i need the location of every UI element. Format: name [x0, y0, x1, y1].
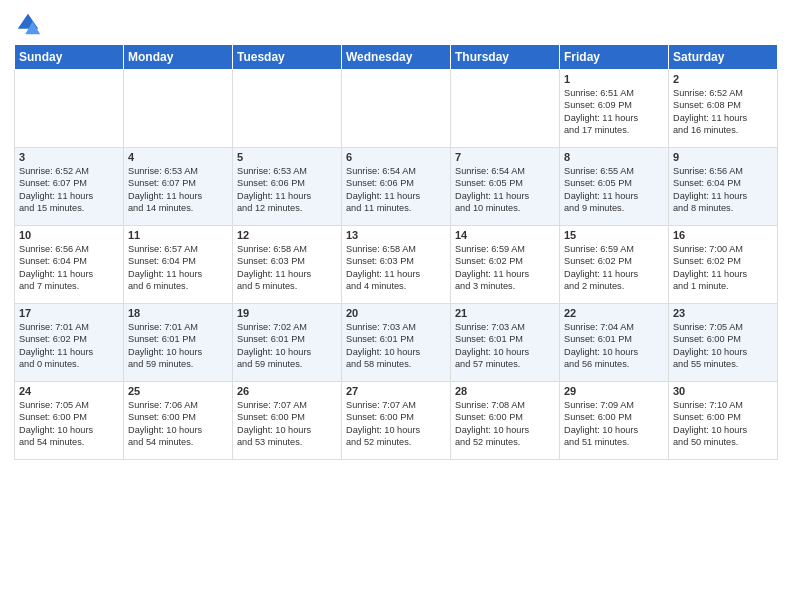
calendar-cell [451, 70, 560, 148]
calendar-table: SundayMondayTuesdayWednesdayThursdayFrid… [14, 44, 778, 460]
day-number: 18 [128, 307, 228, 319]
day-number: 6 [346, 151, 446, 163]
day-info: Sunrise: 7:01 AMSunset: 6:01 PMDaylight:… [128, 321, 228, 371]
day-info: Sunrise: 7:07 AMSunset: 6:00 PMDaylight:… [237, 399, 337, 449]
col-header-wednesday: Wednesday [342, 45, 451, 70]
day-info: Sunrise: 7:07 AMSunset: 6:00 PMDaylight:… [346, 399, 446, 449]
week-row-5: 24Sunrise: 7:05 AMSunset: 6:00 PMDayligh… [15, 382, 778, 460]
day-number: 26 [237, 385, 337, 397]
day-info: Sunrise: 6:54 AMSunset: 6:06 PMDaylight:… [346, 165, 446, 215]
day-number: 12 [237, 229, 337, 241]
day-info: Sunrise: 7:02 AMSunset: 6:01 PMDaylight:… [237, 321, 337, 371]
calendar-cell: 7Sunrise: 6:54 AMSunset: 6:05 PMDaylight… [451, 148, 560, 226]
calendar-cell: 18Sunrise: 7:01 AMSunset: 6:01 PMDayligh… [124, 304, 233, 382]
calendar-cell: 17Sunrise: 7:01 AMSunset: 6:02 PMDayligh… [15, 304, 124, 382]
day-info: Sunrise: 7:06 AMSunset: 6:00 PMDaylight:… [128, 399, 228, 449]
day-info: Sunrise: 7:08 AMSunset: 6:00 PMDaylight:… [455, 399, 555, 449]
day-info: Sunrise: 7:04 AMSunset: 6:01 PMDaylight:… [564, 321, 664, 371]
day-number: 20 [346, 307, 446, 319]
calendar-cell [233, 70, 342, 148]
day-info: Sunrise: 6:58 AMSunset: 6:03 PMDaylight:… [346, 243, 446, 293]
calendar-cell: 9Sunrise: 6:56 AMSunset: 6:04 PMDaylight… [669, 148, 778, 226]
calendar-cell [15, 70, 124, 148]
day-info: Sunrise: 6:51 AMSunset: 6:09 PMDaylight:… [564, 87, 664, 137]
calendar-cell: 2Sunrise: 6:52 AMSunset: 6:08 PMDaylight… [669, 70, 778, 148]
header-row [14, 10, 778, 38]
week-row-4: 17Sunrise: 7:01 AMSunset: 6:02 PMDayligh… [15, 304, 778, 382]
calendar-cell: 5Sunrise: 6:53 AMSunset: 6:06 PMDaylight… [233, 148, 342, 226]
day-info: Sunrise: 6:55 AMSunset: 6:05 PMDaylight:… [564, 165, 664, 215]
calendar-cell: 28Sunrise: 7:08 AMSunset: 6:00 PMDayligh… [451, 382, 560, 460]
calendar-cell: 6Sunrise: 6:54 AMSunset: 6:06 PMDaylight… [342, 148, 451, 226]
calendar-cell: 11Sunrise: 6:57 AMSunset: 6:04 PMDayligh… [124, 226, 233, 304]
calendar-cell [342, 70, 451, 148]
calendar-cell: 30Sunrise: 7:10 AMSunset: 6:00 PMDayligh… [669, 382, 778, 460]
day-number: 3 [19, 151, 119, 163]
day-info: Sunrise: 7:05 AMSunset: 6:00 PMDaylight:… [19, 399, 119, 449]
col-header-sunday: Sunday [15, 45, 124, 70]
day-info: Sunrise: 6:58 AMSunset: 6:03 PMDaylight:… [237, 243, 337, 293]
day-number: 11 [128, 229, 228, 241]
calendar-cell: 12Sunrise: 6:58 AMSunset: 6:03 PMDayligh… [233, 226, 342, 304]
day-number: 16 [673, 229, 773, 241]
calendar-cell: 14Sunrise: 6:59 AMSunset: 6:02 PMDayligh… [451, 226, 560, 304]
day-number: 15 [564, 229, 664, 241]
calendar-cell: 1Sunrise: 6:51 AMSunset: 6:09 PMDaylight… [560, 70, 669, 148]
day-number: 17 [19, 307, 119, 319]
calendar-cell: 10Sunrise: 6:56 AMSunset: 6:04 PMDayligh… [15, 226, 124, 304]
day-info: Sunrise: 6:52 AMSunset: 6:07 PMDaylight:… [19, 165, 119, 215]
week-row-3: 10Sunrise: 6:56 AMSunset: 6:04 PMDayligh… [15, 226, 778, 304]
calendar-cell: 15Sunrise: 6:59 AMSunset: 6:02 PMDayligh… [560, 226, 669, 304]
day-info: Sunrise: 6:59 AMSunset: 6:02 PMDaylight:… [564, 243, 664, 293]
calendar-cell: 23Sunrise: 7:05 AMSunset: 6:00 PMDayligh… [669, 304, 778, 382]
calendar-cell: 3Sunrise: 6:52 AMSunset: 6:07 PMDaylight… [15, 148, 124, 226]
day-info: Sunrise: 6:53 AMSunset: 6:06 PMDaylight:… [237, 165, 337, 215]
day-number: 13 [346, 229, 446, 241]
logo-icon [14, 10, 42, 38]
logo [14, 10, 46, 38]
day-info: Sunrise: 6:56 AMSunset: 6:04 PMDaylight:… [673, 165, 773, 215]
day-info: Sunrise: 7:05 AMSunset: 6:00 PMDaylight:… [673, 321, 773, 371]
day-info: Sunrise: 6:54 AMSunset: 6:05 PMDaylight:… [455, 165, 555, 215]
day-info: Sunrise: 7:03 AMSunset: 6:01 PMDaylight:… [455, 321, 555, 371]
day-info: Sunrise: 7:03 AMSunset: 6:01 PMDaylight:… [346, 321, 446, 371]
col-header-saturday: Saturday [669, 45, 778, 70]
day-number: 30 [673, 385, 773, 397]
day-number: 27 [346, 385, 446, 397]
calendar-cell: 24Sunrise: 7:05 AMSunset: 6:00 PMDayligh… [15, 382, 124, 460]
day-info: Sunrise: 6:52 AMSunset: 6:08 PMDaylight:… [673, 87, 773, 137]
day-number: 10 [19, 229, 119, 241]
day-number: 8 [564, 151, 664, 163]
day-info: Sunrise: 7:00 AMSunset: 6:02 PMDaylight:… [673, 243, 773, 293]
day-number: 24 [19, 385, 119, 397]
day-info: Sunrise: 6:56 AMSunset: 6:04 PMDaylight:… [19, 243, 119, 293]
col-header-tuesday: Tuesday [233, 45, 342, 70]
calendar-cell: 8Sunrise: 6:55 AMSunset: 6:05 PMDaylight… [560, 148, 669, 226]
calendar-cell [124, 70, 233, 148]
col-header-friday: Friday [560, 45, 669, 70]
week-row-1: 1Sunrise: 6:51 AMSunset: 6:09 PMDaylight… [15, 70, 778, 148]
calendar-cell: 26Sunrise: 7:07 AMSunset: 6:00 PMDayligh… [233, 382, 342, 460]
day-number: 23 [673, 307, 773, 319]
calendar-header-row: SundayMondayTuesdayWednesdayThursdayFrid… [15, 45, 778, 70]
week-row-2: 3Sunrise: 6:52 AMSunset: 6:07 PMDaylight… [15, 148, 778, 226]
calendar-cell: 4Sunrise: 6:53 AMSunset: 6:07 PMDaylight… [124, 148, 233, 226]
day-number: 19 [237, 307, 337, 319]
day-info: Sunrise: 6:53 AMSunset: 6:07 PMDaylight:… [128, 165, 228, 215]
day-info: Sunrise: 6:59 AMSunset: 6:02 PMDaylight:… [455, 243, 555, 293]
calendar-cell: 16Sunrise: 7:00 AMSunset: 6:02 PMDayligh… [669, 226, 778, 304]
calendar-cell: 19Sunrise: 7:02 AMSunset: 6:01 PMDayligh… [233, 304, 342, 382]
day-number: 2 [673, 73, 773, 85]
day-number: 25 [128, 385, 228, 397]
day-number: 1 [564, 73, 664, 85]
day-number: 7 [455, 151, 555, 163]
day-number: 9 [673, 151, 773, 163]
day-number: 29 [564, 385, 664, 397]
day-number: 4 [128, 151, 228, 163]
col-header-monday: Monday [124, 45, 233, 70]
day-number: 5 [237, 151, 337, 163]
calendar-cell: 21Sunrise: 7:03 AMSunset: 6:01 PMDayligh… [451, 304, 560, 382]
day-number: 21 [455, 307, 555, 319]
calendar-cell: 13Sunrise: 6:58 AMSunset: 6:03 PMDayligh… [342, 226, 451, 304]
day-info: Sunrise: 7:01 AMSunset: 6:02 PMDaylight:… [19, 321, 119, 371]
